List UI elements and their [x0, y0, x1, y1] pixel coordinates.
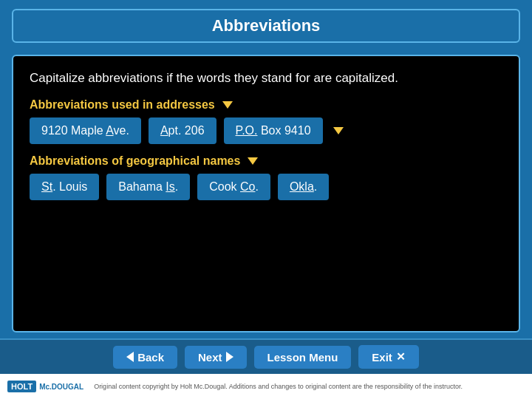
content-box: Capitalize abbreviations if the words th… — [12, 55, 520, 332]
footer-copyright: Original content copyright by Holt Mc.Do… — [94, 383, 463, 390]
section2-examples: St. Louis Bahama Is. Cook Co. Okla. — [30, 174, 502, 200]
section1-arrow-icon — [222, 101, 233, 109]
section2-label: Abbreviations of geographical names — [30, 154, 502, 168]
example-geo-1: St. Louis — [30, 174, 99, 200]
back-button[interactable]: Back — [113, 346, 177, 369]
section1: Abbreviations used in addresses 9120 Map… — [30, 98, 502, 144]
footer-logo: HOLT Mc.DOUGAL — [7, 381, 83, 392]
main-area: Abbreviations Capitalize abbreviations i… — [0, 0, 532, 338]
back-arrow-icon — [126, 352, 134, 362]
lesson-menu-button[interactable]: Lesson Menu — [254, 346, 352, 369]
title-box: Abbreviations — [12, 9, 520, 43]
section1-row-arrow-icon — [333, 127, 344, 134]
example-address-2: Apt. 206 — [149, 117, 216, 144]
example-address-1: 9120 Maple Ave. — [30, 117, 141, 144]
next-arrow-icon — [226, 352, 233, 362]
mcdougal-brand: Mc.DOUGAL — [39, 383, 83, 391]
example-geo-2: Bahama Is. — [106, 174, 190, 200]
section2: Abbreviations of geographical names St. … — [30, 154, 502, 200]
footer-bar: HOLT Mc.DOUGAL Original content copyrigh… — [0, 374, 532, 399]
example-geo-4: Okla. — [278, 174, 329, 200]
page-title: Abbreviations — [212, 16, 321, 35]
intro-text: Capitalize abbreviations if the words th… — [30, 69, 502, 88]
next-button[interactable]: Next — [185, 346, 247, 369]
bottom-nav: Back Next Lesson Menu Exit ✕ — [0, 338, 532, 374]
holt-brand: HOLT — [7, 381, 36, 392]
exit-button[interactable]: Exit ✕ — [358, 345, 419, 369]
section1-label: Abbreviations used in addresses — [30, 98, 502, 112]
example-geo-3: Cook Co. — [197, 174, 270, 200]
section2-arrow-icon — [248, 157, 258, 165]
exit-x-icon: ✕ — [396, 350, 406, 364]
section1-examples: 9120 Maple Ave. Apt. 206 P.O. Box 9410 — [30, 117, 502, 144]
example-address-3: P.O. Box 9410 — [224, 117, 323, 144]
